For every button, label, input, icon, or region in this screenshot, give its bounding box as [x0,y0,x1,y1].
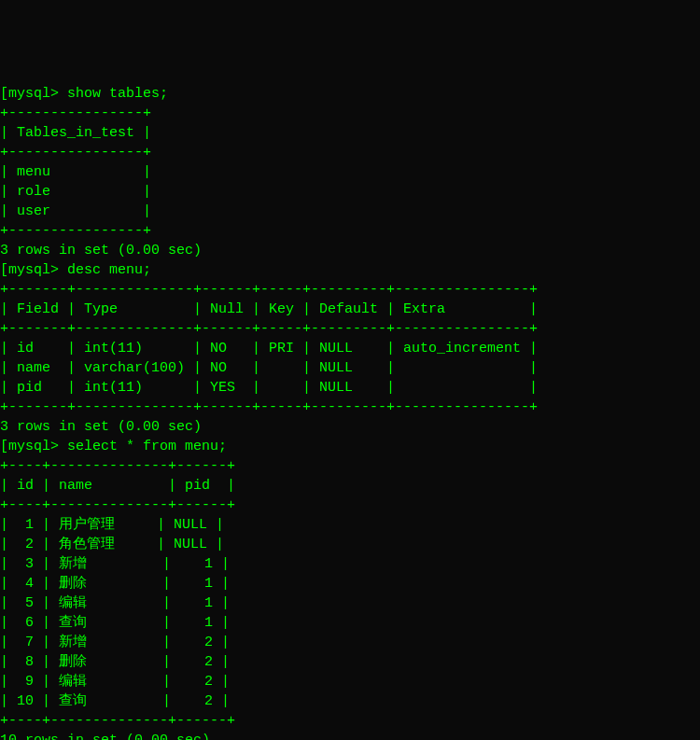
table-row: | 8 | 删除 | 2 | [0,652,700,672]
table-header: | Field | Type | Null | Key | Default | … [0,300,700,319]
table-row: | 6 | 查询 | 1 | [0,613,700,633]
table-border: +----+--------------+------+ [0,456,700,476]
table-border: +----------------+ [0,143,700,162]
table-border: +----------------+ [0,104,700,123]
table-row: | 5 | 编辑 | 1 | [0,593,700,613]
prompt-line[interactable]: [mysql> show tables; [0,84,700,104]
table-row: | user | [0,202,700,221]
table-border: +----------------+ [0,221,700,241]
table-border: +-------+--------------+------+-----+---… [0,280,700,300]
prompt-line[interactable]: [mysql> select * from menu; [0,437,700,456]
table-border: +----+--------------+------+ [0,496,700,515]
result-summary: 3 rows in set (0.00 sec) [0,241,700,260]
table-row: | 10 | 查询 | 2 | [0,691,700,711]
table-row: | name | varchar(100) | NO | | NULL | | [0,358,700,378]
table-row: | id | int(11) | NO | PRI | NULL | auto_… [0,339,700,358]
table-border: +-------+--------------+------+-----+---… [0,398,700,417]
table-row: | menu | [0,162,700,182]
result-summary: 3 rows in set (0.00 sec) [0,417,700,437]
terminal-output: [mysql> show tables;+----------------+| … [0,84,700,740]
table-header: | Tables_in_test | [0,123,700,143]
table-row: | 9 | 编辑 | 2 | [0,672,700,691]
table-row: | 7 | 新增 | 2 | [0,633,700,652]
table-row: | 4 | 删除 | 1 | [0,574,700,593]
table-row: | 1 | 用户管理 | NULL | [0,515,700,535]
table-row: | 3 | 新增 | 1 | [0,554,700,574]
table-row: | role | [0,182,700,202]
table-row: | 2 | 角色管理 | NULL | [0,535,700,554]
table-border: +-------+--------------+------+-----+---… [0,319,700,339]
table-row: | pid | int(11) | YES | | NULL | | [0,378,700,398]
table-header: | id | name | pid | [0,476,700,496]
prompt-line[interactable]: [mysql> desc menu; [0,260,700,280]
result-summary: 10 rows in set (0.00 sec) [0,731,700,740]
table-border: +----+--------------+------+ [0,711,700,731]
